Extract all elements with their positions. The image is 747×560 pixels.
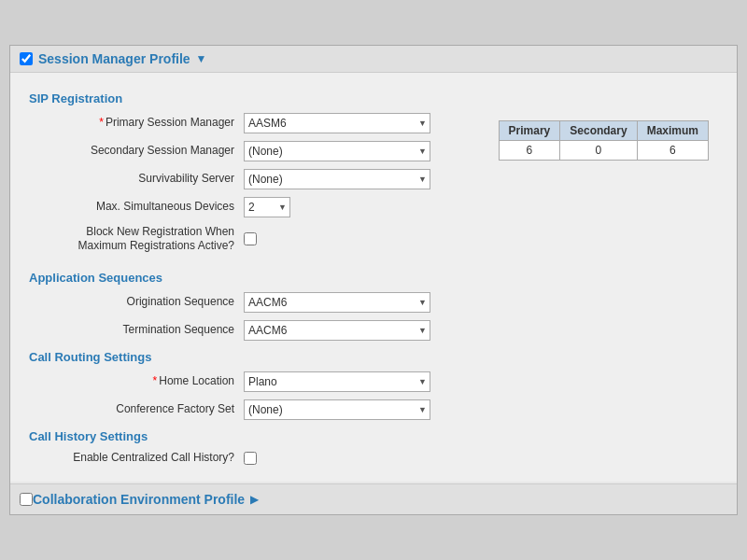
conference-factory-set-select[interactable]: (None): [244, 399, 430, 420]
primary-required-star: *: [99, 116, 104, 129]
stats-primary-value: 6: [499, 140, 560, 160]
home-location-row: *Home Location Plano: [29, 371, 718, 392]
termination-sequence-control: AACM6: [244, 320, 430, 341]
max-simultaneous-devices-select-wrapper[interactable]: 2: [244, 197, 290, 217]
session-manager-profile-header[interactable]: Session Manager Profile ▼: [10, 46, 737, 73]
survivability-server-select[interactable]: (None): [244, 169, 430, 189]
stats-secondary-value: 0: [560, 140, 637, 160]
survivability-server-label: Survivability Server: [29, 172, 244, 187]
stats-table-container: Primary Secondary Maximum 6 0 6: [480, 113, 718, 161]
primary-session-manager-select-wrapper[interactable]: AASM6: [244, 113, 430, 133]
block-new-registration-row: Block New Registration When Maximum Regi…: [29, 225, 480, 254]
sip-registration-section: *Primary Session Manager AASM6 Secondary…: [29, 113, 718, 261]
home-location-required-star: *: [153, 374, 158, 387]
primary-session-manager-select[interactable]: AASM6: [244, 113, 430, 133]
survivability-server-control: (None): [244, 169, 430, 189]
conference-factory-set-select-wrapper[interactable]: (None): [244, 399, 430, 420]
origination-sequence-select[interactable]: AACM6: [244, 292, 430, 313]
sip-registration-fields: *Primary Session Manager AASM6 Secondary…: [29, 113, 480, 261]
primary-session-manager-row: *Primary Session Manager AASM6: [29, 113, 480, 133]
enable-call-history-control: [244, 452, 257, 465]
session-manager-profile-checkbox[interactable]: [20, 52, 33, 65]
enable-call-history-checkbox[interactable]: [244, 452, 257, 465]
conference-factory-set-label: Conference Factory Set: [29, 402, 244, 417]
home-location-label: *Home Location: [29, 374, 244, 389]
stats-secondary-header: Secondary: [560, 120, 637, 140]
application-sequences-title: Application Sequences: [29, 271, 718, 285]
max-simultaneous-devices-control: 2: [244, 197, 290, 217]
secondary-session-manager-row: Secondary Session Manager (None): [29, 141, 480, 161]
stats-table: Primary Secondary Maximum 6 0 6: [499, 120, 709, 161]
call-history-settings-title: Call History Settings: [29, 429, 718, 443]
collaboration-environment-profile-arrow: ▶: [250, 493, 259, 506]
stats-maximum-header: Maximum: [637, 120, 708, 140]
conference-factory-set-control: (None): [244, 399, 430, 420]
origination-sequence-select-wrapper[interactable]: AACM6: [244, 292, 430, 313]
survivability-server-row: Survivability Server (None): [29, 169, 480, 189]
secondary-session-manager-select[interactable]: (None): [244, 141, 430, 161]
secondary-session-manager-select-wrapper[interactable]: (None): [244, 141, 430, 161]
termination-sequence-label: Termination Sequence: [29, 323, 244, 338]
secondary-session-manager-label: Secondary Session Manager: [29, 144, 244, 159]
block-new-registration-label: Block New Registration When Maximum Regi…: [29, 225, 244, 254]
max-simultaneous-devices-row: Max. Simultaneous Devices 2: [29, 197, 480, 217]
block-new-registration-checkbox[interactable]: [244, 232, 257, 245]
session-manager-profile-arrow: ▼: [196, 52, 207, 65]
stats-primary-header: Primary: [499, 120, 560, 140]
termination-sequence-select-wrapper[interactable]: AACM6: [244, 320, 430, 341]
session-manager-profile-title: Session Manager Profile: [38, 51, 190, 66]
sip-registration-title: SIP Registration: [29, 91, 718, 105]
enable-call-history-label: Enable Centralized Call History?: [29, 451, 244, 466]
collaboration-environment-profile-title: Collaboration Environment Profile: [33, 492, 245, 507]
stats-maximum-value: 6: [637, 140, 708, 160]
origination-sequence-control: AACM6: [244, 292, 430, 313]
collaboration-environment-profile-header[interactable]: Collaboration Environment Profile ▶: [10, 483, 737, 514]
secondary-session-manager-control: (None): [244, 141, 430, 161]
max-simultaneous-devices-label: Max. Simultaneous Devices: [29, 200, 244, 215]
termination-sequence-select[interactable]: AACM6: [244, 320, 430, 341]
block-new-registration-control: [244, 232, 257, 245]
primary-session-manager-control: AASM6: [244, 113, 430, 133]
origination-sequence-row: Origination Sequence AACM6: [29, 292, 718, 313]
max-simultaneous-devices-select[interactable]: 2: [244, 197, 290, 217]
home-location-select-wrapper[interactable]: Plano: [244, 371, 430, 392]
survivability-server-select-wrapper[interactable]: (None): [244, 169, 430, 189]
primary-session-manager-label: *Primary Session Manager: [29, 116, 244, 131]
call-routing-settings-title: Call Routing Settings: [29, 350, 718, 364]
session-manager-profile-body: SIP Registration *Primary Session Manage…: [10, 73, 737, 483]
enable-call-history-row: Enable Centralized Call History?: [29, 451, 718, 466]
collaboration-environment-profile-checkbox[interactable]: [20, 493, 33, 506]
home-location-select[interactable]: Plano: [244, 371, 430, 392]
home-location-control: Plano: [244, 371, 430, 392]
termination-sequence-row: Termination Sequence AACM6: [29, 320, 718, 341]
origination-sequence-label: Origination Sequence: [29, 295, 244, 310]
conference-factory-set-row: Conference Factory Set (None): [29, 399, 718, 420]
